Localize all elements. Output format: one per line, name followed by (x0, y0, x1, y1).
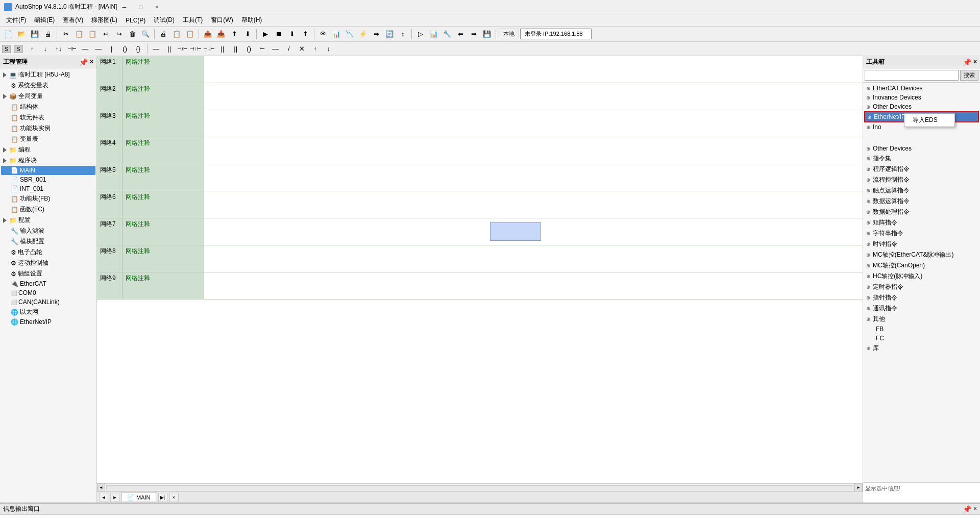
toolbox-other[interactable]: ⊕ 其他 (864, 314, 979, 324)
toolbox-contact-op[interactable]: ⊕ 触点运算指令 (864, 185, 979, 196)
toolbox-comm[interactable]: ⊕ 通讯指令 (864, 303, 979, 314)
expand-clock[interactable]: ⊕ (866, 241, 870, 247)
tree-main[interactable]: 📄 MAIN (1, 166, 95, 175)
tb-ul[interactable]: ⬆ (299, 28, 311, 40)
network-7-diagram[interactable] (204, 218, 863, 245)
tb-print[interactable]: 🖨 (157, 28, 169, 40)
tb-up[interactable]: ⬆ (228, 28, 240, 40)
toolbox-mc-canopen[interactable]: ⊕ MC轴控(CanOpen) (864, 260, 979, 271)
local-button[interactable]: 本地 (499, 29, 519, 39)
toolbox-data-proc[interactable]: ⊕ 数据处理指令 (864, 207, 979, 217)
tree-ethercat[interactable]: 🔌 EtherCAT (1, 279, 95, 288)
tree-axisset[interactable]: ⚙ 轴组设置 (1, 268, 95, 279)
tree-program[interactable]: 📁 编程 (1, 144, 95, 155)
toolbox-flow-ctrl[interactable]: ⊕ 流程控制指令 (864, 174, 979, 185)
tree-globalvar[interactable]: 📦 全局变量 (1, 91, 95, 102)
expand-root[interactable] (3, 72, 7, 78)
tb2-b1[interactable]: ↑↓ (53, 43, 65, 55)
tb2-l2[interactable]: || (230, 43, 242, 55)
toolbox-instset[interactable]: ⊕ 指令集 (864, 153, 979, 164)
menu-item-h[interactable]: 帮助(H) (237, 15, 266, 26)
tree-config[interactable]: 📁 配置 (1, 215, 95, 226)
tb-b8[interactable]: ➡ (468, 28, 480, 40)
expand-globalvar[interactable] (3, 94, 7, 99)
tb2-b3[interactable]: — (79, 43, 91, 55)
tree-modconfig[interactable]: 🔧 模块配置 (1, 236, 95, 247)
tb-dl[interactable]: ⬇ (286, 28, 298, 40)
tb-save[interactable]: 💾 (29, 28, 41, 40)
tree-fc[interactable]: 📋 函数(FC) (1, 204, 95, 215)
network-5-comment[interactable]: 网络注释 (122, 164, 204, 191)
toolbox-data-op[interactable]: ⊕ 数据运算指令 (864, 196, 979, 207)
expand-inovance[interactable]: ⊕ (866, 95, 870, 101)
network-3-diagram[interactable] (204, 110, 863, 137)
tb-scope[interactable]: 📊 (330, 28, 342, 40)
toolbox-close[interactable]: × (973, 58, 977, 66)
tb-down[interactable]: ⬇ (241, 28, 254, 40)
tb-monitor[interactable]: 👁 (317, 28, 329, 40)
scroll-left-btn[interactable]: ◄ (97, 484, 105, 492)
selected-cell[interactable] (490, 222, 541, 241)
expand-contactop[interactable]: ⊕ (866, 188, 870, 193)
expand-program[interactable] (3, 147, 7, 153)
expand-config[interactable] (3, 218, 7, 223)
tree-canlink[interactable]: ⬜ CAN(CANLink) (1, 297, 95, 307)
tree-eleccam[interactable]: ⚙ 电子凸轮 (1, 247, 95, 258)
tree-root[interactable]: 💻 临时工程 [H5U-A8] (1, 69, 95, 80)
tb2-b2[interactable]: ⊣⊢ (66, 43, 78, 55)
tb-paste[interactable]: 📋 (86, 28, 99, 40)
expand-flowctrl[interactable]: ⊕ (866, 177, 870, 183)
network-1-comment[interactable]: 网络注释 (122, 56, 204, 83)
network-5-diagram[interactable] (204, 164, 863, 191)
tb2-cross[interactable]: / (283, 43, 295, 55)
tree-softelem[interactable]: 📋 软元件表 (1, 112, 95, 123)
tb-undo[interactable]: ↩ (100, 28, 112, 40)
project-close[interactable]: × (90, 58, 93, 66)
tb2-l1[interactable]: || (216, 43, 229, 55)
tb-run[interactable]: ▶ (259, 28, 272, 40)
toolbox-timer[interactable]: ⊕ 定时器指令 (864, 282, 979, 292)
nav-left-btn[interactable]: ◄ (99, 493, 108, 502)
bottom-pin[interactable]: 📌 (963, 505, 971, 513)
toolbox-search-input[interactable] (865, 70, 959, 81)
tree-progblock[interactable]: 📁 程序块 (1, 155, 95, 166)
network-4-diagram[interactable] (204, 137, 863, 164)
expand-other1[interactable]: ⊕ (866, 104, 870, 110)
tree-int001[interactable]: 📄 INT_001 (1, 184, 95, 193)
toolbox-ethercat-devices[interactable]: ⊕ EtherCAT Devices (864, 84, 979, 93)
network-8-diagram[interactable] (204, 245, 863, 272)
tb-find[interactable]: 🔍 (139, 28, 152, 40)
expand-dataproc[interactable]: ⊕ (866, 209, 870, 215)
toolbox-search-btn[interactable]: 搜索 (960, 70, 978, 81)
toolbox-other-devices-2[interactable]: ⊕ Other Devices (864, 144, 979, 153)
tb-cut[interactable]: ✂ (60, 28, 72, 40)
tb2-nc[interactable]: ⊣/⊢ (177, 43, 189, 55)
expand-hcaxis[interactable]: ⊕ (866, 273, 870, 279)
network-1-diagram[interactable] (204, 56, 863, 83)
tb-stop[interactable]: ⏹ (273, 28, 285, 40)
tb-save2[interactable]: 🖨 (42, 28, 54, 40)
maximize-button[interactable]: □ (133, 2, 148, 12)
network-2-comment[interactable]: 网络注释 (122, 83, 204, 110)
tb2-r2[interactable]: ↓ (323, 43, 335, 55)
expand-comm[interactable]: ⊕ (866, 306, 870, 311)
network-9-comment[interactable]: 网络注释 (122, 272, 204, 299)
tb2-n[interactable]: ⊣↓⊢ (203, 43, 215, 55)
network-4-comment[interactable]: 网络注释 (122, 137, 204, 164)
menu-item-d[interactable]: 调试(D) (150, 15, 179, 26)
menu-item-plcp[interactable]: PLC(P) (121, 16, 150, 25)
tb-b6[interactable]: 🔧 (441, 28, 453, 40)
nav-right-btn[interactable]: ► (110, 493, 119, 502)
tb-redo[interactable]: ↪ (113, 28, 125, 40)
tree-ethernetip[interactable]: 🌐 EtherNet/IP (1, 317, 95, 327)
menu-item-e[interactable]: 编辑(E) (30, 15, 59, 26)
toolbox-pin[interactable]: 📌 (963, 58, 971, 66)
tb2-set[interactable]: ⊢ (256, 43, 268, 55)
expand-ethernetip[interactable]: ⊕ (867, 114, 871, 120)
tb2-shift-down[interactable]: ↓ (39, 43, 52, 55)
tree-motionctrl[interactable]: ⚙ 运动控制轴 (1, 258, 95, 268)
tb-b7[interactable]: ⬅ (454, 28, 467, 40)
tb2-b5[interactable]: | (106, 43, 118, 55)
tree-sbr001[interactable]: 📄 SBR_001 (1, 175, 95, 184)
horizontal-scrollbar[interactable]: ◄ ► (97, 483, 863, 491)
